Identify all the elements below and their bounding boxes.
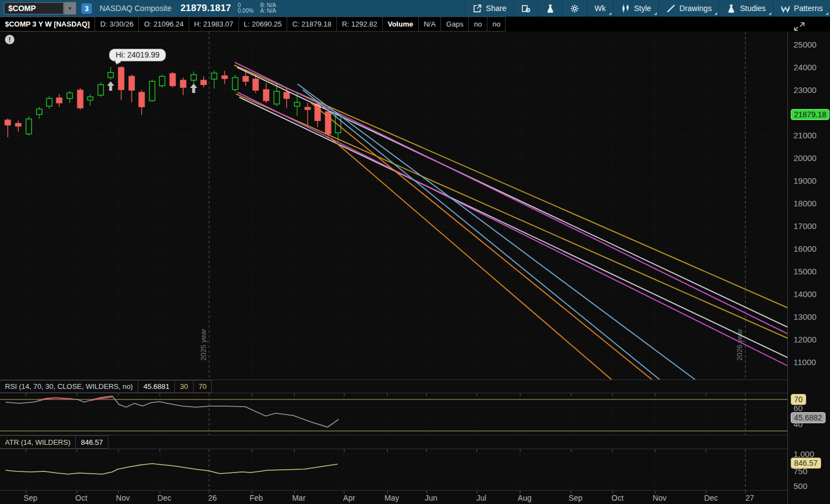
drawings-button-label: Drawings [679, 4, 712, 13]
time-axis[interactable]: SepOctNovDec26FebMarAprMayJunJulAugSepOc… [0, 490, 787, 504]
dropdown-caret-icon [654, 12, 657, 15]
atr-line [6, 464, 338, 474]
trend-line[interactable] [240, 97, 787, 358]
candlestick [284, 92, 289, 98]
time-axis-label: Apr [343, 493, 355, 502]
rsi-axis-label: 60 [793, 403, 803, 413]
rsi-study-canvas[interactable] [0, 393, 787, 435]
atr-axis-label: 1,000 [793, 449, 815, 459]
price-axis-label: 21000 [793, 131, 817, 140]
time-axis-label: Aug [518, 493, 532, 502]
trend-line[interactable] [238, 92, 787, 366]
trend-line[interactable] [311, 103, 652, 380]
trend-line[interactable] [298, 84, 695, 380]
candlestick [149, 81, 155, 101]
atr-value: 846.57 [75, 435, 108, 449]
candlestick [15, 123, 21, 126]
candlestick [180, 80, 186, 87]
time-axis-label: Nov [653, 493, 667, 502]
symbol-combo: $COMP ▼ [4, 2, 76, 15]
settings-button[interactable] [562, 0, 587, 17]
candlestick [77, 90, 83, 108]
trend-line[interactable] [303, 90, 660, 380]
symbol-dropdown-button[interactable]: ▼ [64, 2, 76, 15]
up-arrow-marker [107, 81, 115, 91]
main-price-chart-canvas[interactable]: 2025 year2026 year [0, 32, 787, 380]
dropdown-caret-icon [826, 12, 828, 15]
candlestick [274, 91, 279, 104]
studies-button-label: Studies [740, 4, 766, 13]
flask-icon [727, 4, 736, 13]
high-price-tooltip: Hi: 24019.99 [109, 49, 166, 61]
rsi-param-70: 70 [193, 380, 212, 393]
rsi-value: 45.6881 [138, 380, 175, 393]
time-axis-label: Dec [704, 493, 718, 502]
flask-icon [546, 4, 555, 13]
quick-study-button[interactable] [538, 0, 562, 17]
gear-icon [570, 4, 579, 13]
time-axis-label: Sep [569, 493, 583, 502]
news-button[interactable] [513, 0, 538, 17]
patterns-button-label: Patterns [794, 4, 823, 13]
trend-line[interactable] [236, 94, 787, 339]
time-axis-label: Mar [292, 493, 305, 502]
time-axis-label: Feb [250, 493, 263, 502]
atr-study-label[interactable]: ATR (14, WILDERS) [0, 435, 76, 449]
chart-number-badge[interactable]: 3 [81, 3, 92, 14]
time-axis-label: Jun [425, 493, 438, 502]
candlestick [26, 119, 32, 134]
rsi-param-30: 30 [174, 380, 193, 393]
atr-study-canvas[interactable] [0, 449, 787, 490]
ohlc-field: C: 21879.18 [287, 17, 337, 32]
gaps-value-1: no [468, 17, 487, 32]
gaps-label: Gaps [440, 17, 469, 32]
studies-button[interactable]: Studies [719, 0, 773, 17]
time-axis-label: Oct [611, 493, 624, 502]
price-axis-label: 20000 [793, 153, 817, 163]
candlestick [87, 97, 93, 100]
bid-ask-stack: B: N/A A: N/A [260, 3, 276, 14]
last-price-badge: 21879.18 [791, 109, 829, 120]
ohlc-field: H: 21983.07 [189, 17, 239, 32]
price-axis-label: 13000 [793, 312, 817, 321]
up-arrow-marker [190, 84, 198, 93]
time-axis-label: 27 [745, 493, 754, 502]
candlestick [67, 93, 72, 98]
candlestick [253, 79, 258, 90]
price-axis-label: 24000 [793, 63, 817, 72]
timeframe-button-label: Wk [594, 4, 605, 13]
ask-value: A: N/A [260, 8, 276, 14]
style-button-label: Style [634, 4, 651, 13]
style-button[interactable]: Style [613, 0, 658, 17]
candlestick [5, 120, 11, 125]
trend-line[interactable] [237, 67, 787, 328]
candlestick [243, 76, 248, 81]
ohlc-field: D: 3/30/26 [95, 17, 139, 32]
trend-line[interactable] [331, 138, 611, 380]
candlestick [232, 77, 238, 90]
price-axis[interactable]: 2500024000230002100020000190001800017000… [787, 32, 830, 504]
drawings-button[interactable]: Drawings [658, 0, 719, 17]
time-axis-label: May [385, 493, 399, 502]
atr-header: ATR (14, WILDERS) 846.57 [0, 435, 787, 449]
symbol-input[interactable]: $COMP [4, 2, 64, 14]
volume-label: Volume [382, 17, 419, 32]
rsi-axis-label: 40 [793, 419, 803, 429]
timeframe-button[interactable]: Wk [587, 0, 613, 17]
rsi-study-label[interactable]: RSI (14, 70, 30, CLOSE, WILDERS, no) [0, 380, 138, 393]
time-axis-label: Sep [24, 493, 38, 502]
candlestick [305, 107, 310, 110]
alert-icon[interactable]: ! [5, 35, 14, 44]
candlestick [98, 85, 103, 95]
price-axis-label: 12000 [793, 335, 817, 344]
auto-scale-icon[interactable] [793, 22, 806, 32]
candlestick [37, 109, 42, 115]
share-button[interactable]: Share [465, 0, 513, 17]
share-icon [473, 4, 482, 13]
ohlc-field: L: 20690.25 [238, 17, 288, 32]
year-line-label: 2025 year [199, 329, 208, 361]
ohlc-field: R: 1292.82 [336, 17, 383, 32]
patterns-button[interactable]: Patterns [773, 0, 830, 17]
time-axis-label: Jul [476, 493, 486, 502]
atr-axis-label: 750 [793, 466, 807, 476]
